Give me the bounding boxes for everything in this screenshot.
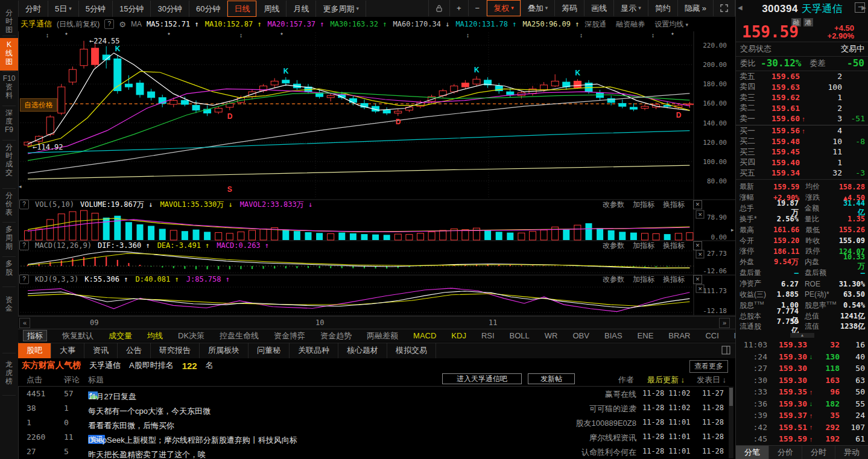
quote-panel-handle[interactable]: ▸ (731, 227, 734, 233)
collapse-handle[interactable]: ▲ (790, 333, 814, 338)
help-icon[interactable]: ? (19, 241, 29, 250)
tick-tab-异动[interactable]: 异动 (835, 446, 868, 459)
close-icon[interactable]: ✕ (693, 275, 702, 284)
close-icon[interactable]: ✕ (693, 241, 702, 250)
ma-settings-link[interactable]: 设置均线 ▾ (654, 19, 688, 30)
view-more-button[interactable]: 查看更多 (689, 360, 728, 373)
panel-link-换指标[interactable]: 换指标 (663, 200, 685, 210)
watch-price-tag[interactable]: 自选价格 (20, 98, 57, 112)
indicator-恢复默认[interactable]: 恢复默认 (62, 331, 93, 341)
post-author[interactable]: 认命胜利今何在 (519, 447, 636, 458)
tool-button-隐藏[interactable]: 隐藏» (678, 0, 714, 16)
indicator-BRAR[interactable]: BRAR (668, 331, 690, 340)
tool-button-复权[interactable]: 复权▾ (487, 0, 521, 16)
sidebar-item-7[interactable]: 多股 (0, 259, 18, 276)
link-融资融券[interactable]: 融资融券 (616, 19, 645, 30)
panel-close-icon[interactable]: ✕ (696, 211, 704, 218)
tab-资讯[interactable]: 资讯 (84, 343, 118, 358)
indicator-ENE[interactable]: ENE (638, 331, 654, 340)
panel-link-换指标[interactable]: 换指标 (663, 241, 685, 251)
tab-核心题材[interactable]: 核心题材 (338, 343, 387, 358)
indicator-资金趋势[interactable]: 资金趋势 (320, 331, 352, 341)
period-button-周线[interactable]: 周线 (257, 1, 287, 17)
sidebar-item-6[interactable]: 多周期 (0, 225, 18, 250)
period-button-月线[interactable]: 月线 (287, 1, 316, 17)
minimize-button[interactable]: − (855, 2, 865, 13)
sidebar-item-2[interactable]: F10资料 (0, 74, 18, 100)
panel-link-加指标[interactable]: 加指标 (633, 200, 654, 210)
tab-股吧[interactable]: 股吧 (18, 343, 51, 358)
tool-button-筹码[interactable]: 筹码 (555, 0, 584, 16)
link-深股通[interactable]: 深股通 (584, 19, 606, 30)
panel-link-改参数[interactable]: 改参数 (603, 200, 624, 210)
help-icon[interactable]: ? (19, 274, 29, 284)
close-icon[interactable]: ✕ (693, 200, 702, 209)
tool-button-叠加[interactable]: 叠加▾ (521, 0, 556, 16)
indicator-控盘生命线[interactable]: 控盘生命线 (220, 331, 259, 341)
help-icon[interactable]: ? (104, 19, 114, 29)
indicator-BOLL[interactable]: BOLL (510, 331, 530, 340)
sidebar-item-4[interactable]: 分时成交 (0, 143, 18, 177)
post-author[interactable]: 赢哥在线 (519, 389, 636, 400)
post-author[interactable]: 股友100889E0Z8 (519, 418, 636, 429)
gear-icon[interactable]: ⚙ (119, 20, 126, 29)
indicator-均线[interactable]: 均线 (147, 331, 163, 341)
kline-chart[interactable]: ←224.55←114.92KDKDKKDS↕**↕*↕↕↕*220.00200… (18, 31, 735, 316)
indicator-资金博弈[interactable]: 资金博弈 (274, 331, 305, 341)
tool-button-显示[interactable]: 显示▾ (614, 0, 648, 16)
period-button-30分钟[interactable]: 30分钟 (151, 1, 189, 17)
tab-模拟交易[interactable]: 模拟交易 (387, 343, 436, 358)
tick-tab-分笔[interactable]: 分笔 (736, 446, 769, 459)
panel-link-加指标[interactable]: 加指标 (633, 274, 654, 285)
tool-button-+[interactable]: + (450, 0, 469, 16)
tab-问董秘[interactable]: 问董秘 (249, 343, 290, 358)
tick-tab-分时[interactable]: 分时 (802, 446, 835, 459)
layout-icon[interactable] (721, 346, 730, 358)
indicator-BIAS[interactable]: BIAS (604, 331, 622, 340)
tab-关联品种[interactable]: 关联品种 (290, 343, 338, 358)
tool-button-简约[interactable]: 简约 (648, 0, 678, 16)
indicator-DK决策[interactable]: DK决策 (178, 331, 204, 341)
col-posted[interactable]: 发表日 ↓ (697, 375, 726, 385)
panel-link-改参数[interactable]: 改参数 (603, 241, 624, 251)
period-button-日线[interactable]: 日线 (227, 1, 257, 17)
panel-close-icon[interactable]: ✕ (696, 250, 704, 258)
tab-所属板块[interactable]: 所属板块 (200, 343, 249, 358)
lock-icon-button[interactable] (428, 0, 450, 16)
scroll-left-button[interactable]: « (19, 318, 30, 328)
indicator-WR[interactable]: WR (545, 331, 558, 340)
tool-button-−[interactable]: − (469, 0, 487, 16)
period-button-分时[interactable]: 分时 (18, 1, 48, 17)
post-author[interactable]: 摩尔线程资讯 (519, 432, 636, 443)
post-author[interactable]: 可可猫的逆袭 (519, 404, 636, 414)
indicator-CCI[interactable]: CCI (705, 331, 718, 340)
help-icon[interactable]: ? (19, 200, 29, 209)
period-button-60分钟[interactable]: 60分钟 (189, 1, 227, 17)
indicator-成交量[interactable]: 成交量 (109, 331, 132, 341)
col-updated[interactable]: 最后更新 ↓ (647, 375, 685, 385)
indicator-指标[interactable]: 指标 (23, 330, 47, 341)
tab-大事[interactable]: 大事 (51, 343, 84, 358)
sidebar-item-1[interactable]: K线图 (0, 38, 18, 71)
indicator-OBV[interactable]: OBV (573, 331, 589, 340)
sidebar-item-3[interactable]: 深度F9 (0, 109, 18, 134)
period-button-15分钟[interactable]: 15分钟 (113, 1, 151, 17)
panel-link-改参数[interactable]: 改参数 (603, 274, 624, 285)
tool-button-画线[interactable]: 画线 (584, 0, 614, 16)
new-post-button[interactable]: 发新帖 (528, 373, 575, 384)
tab-公告[interactable]: 公告 (118, 343, 151, 358)
forum-scrollbar-thumb[interactable] (729, 388, 733, 406)
indicator-RSI[interactable]: RSI (481, 331, 495, 340)
enter-forum-button[interactable]: 进入天孚通信吧 (442, 373, 522, 384)
sidebar-collapse-handle[interactable]: ◂ (19, 183, 22, 189)
period-button-更多周期[interactable]: 更多周期▾ (316, 1, 366, 17)
panel-link-加指标[interactable]: 加指标 (633, 241, 654, 251)
indicator-MACD[interactable]: MACD (413, 331, 436, 340)
expand-icon-button[interactable] (714, 0, 735, 16)
scroll-right-button[interactable]: » (719, 318, 730, 328)
indicator-KDJ[interactable]: KDJ (451, 331, 466, 340)
indicator-两融差额[interactable]: 两融差额 (367, 331, 398, 341)
sidebar-item-9[interactable]: 龙虎榜 (0, 360, 18, 385)
sidebar-item-8[interactable]: 资金 (0, 296, 18, 312)
sidebar-item-5[interactable]: 分价表 (0, 191, 18, 217)
